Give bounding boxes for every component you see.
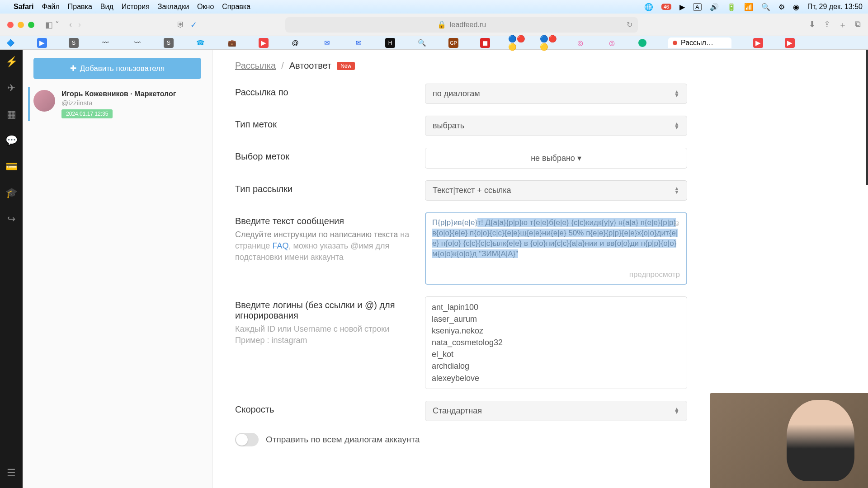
tab-favicon[interactable]: ◼ bbox=[480, 38, 490, 48]
emoji-icon[interactable]: ☺ bbox=[673, 218, 681, 229]
chevron-updown-icon: ▲▼ bbox=[674, 408, 679, 414]
message-textarea[interactable]: П{р|р}ив{е|е}т! Д{а|а}{р|р}ю т{е|е}б{е|е… bbox=[425, 212, 687, 285]
volume-icon[interactable]: 🔊 bbox=[710, 3, 719, 11]
tab-favicon[interactable]: ▶ bbox=[259, 38, 269, 48]
play-icon[interactable]: ▶ bbox=[679, 3, 685, 11]
globe-icon[interactable]: 🌐 bbox=[644, 3, 653, 11]
url-bar[interactable]: 🔒 leadfeed.ru ↻ bbox=[285, 17, 638, 33]
menu-app[interactable]: Safari bbox=[14, 3, 33, 11]
message-prefix: П{р|р}ив{е|е} bbox=[432, 218, 477, 227]
tab-favicon[interactable]: 🔍 bbox=[417, 38, 427, 48]
share-icon[interactable]: ⇪ bbox=[824, 19, 830, 30]
battery-icon[interactable]: 🔋 bbox=[727, 3, 736, 11]
breadcrumb-sep: / bbox=[281, 61, 284, 71]
label-send-by: Рассылка по bbox=[235, 84, 425, 98]
control-center-icon[interactable]: ⚙ bbox=[778, 3, 785, 11]
close-window-icon[interactable] bbox=[7, 22, 14, 28]
refresh-icon[interactable]: ↻ bbox=[627, 20, 632, 29]
tab-favicon[interactable]: 🔵🔴🟡 bbox=[512, 38, 522, 48]
tab-active[interactable]: Рассыл… bbox=[668, 38, 731, 48]
tab-favicon[interactable]: ▶ bbox=[785, 38, 795, 48]
faq-link[interactable]: FAQ bbox=[272, 241, 288, 250]
siri-icon[interactable]: ◉ bbox=[793, 3, 799, 11]
add-user-button[interactable]: ✚ Добавить пользователя bbox=[33, 58, 201, 79]
scrollbar[interactable] bbox=[866, 50, 868, 185]
select-speed[interactable]: Стандартная ▲▼ bbox=[425, 401, 687, 421]
tab-favicon[interactable]: GP bbox=[448, 38, 458, 48]
datetime[interactable]: Пт, 29 дек. 13:50 bbox=[807, 3, 863, 11]
sidebar-toggle-icon[interactable]: ◧ ˅ bbox=[45, 20, 59, 30]
tab-favicon[interactable]: 🔵🔴🟡 bbox=[543, 38, 553, 48]
rail-logout-icon[interactable]: ↪ bbox=[7, 213, 15, 225]
tab-favicon[interactable]: H bbox=[385, 38, 395, 48]
menu-window[interactable]: Окно bbox=[197, 3, 214, 11]
back-icon[interactable]: ‹ bbox=[69, 20, 72, 29]
rail-grid-icon[interactable]: ▦ bbox=[7, 108, 16, 120]
breadcrumb-root[interactable]: Рассылка bbox=[235, 61, 276, 71]
notification-badge[interactable]: 46 bbox=[661, 4, 671, 10]
search-icon[interactable]: 🔍 bbox=[761, 3, 770, 11]
select-send-type[interactable]: Текст|текст + ссылка ▲▼ bbox=[425, 180, 687, 201]
tab-favicon[interactable]: S bbox=[69, 38, 79, 48]
tab-favicon[interactable]: ☎ bbox=[195, 38, 205, 48]
tab-favicon[interactable]: 〰 bbox=[100, 38, 110, 48]
menu-history[interactable]: История bbox=[122, 3, 150, 11]
toggle-all-dialogs[interactable] bbox=[235, 433, 259, 446]
tab-favicon-icon bbox=[673, 41, 677, 45]
preview-link[interactable]: предпросмотр bbox=[629, 270, 680, 280]
label-label-select: Выбор меток bbox=[235, 148, 425, 162]
login-line: nata_cosmetolog32 bbox=[432, 337, 680, 348]
dropdown-label-select[interactable]: не выбрано ▾ bbox=[425, 148, 687, 169]
user-name: Игорь Кожевников · Маркетолог bbox=[61, 90, 201, 98]
login-line: el_kot bbox=[432, 348, 680, 360]
new-tab-icon[interactable]: ＋ bbox=[839, 19, 847, 30]
rail-card-icon[interactable]: 💳 bbox=[5, 161, 18, 173]
ignore-logins-textarea[interactable]: ant_lapin100 laser_aurum kseniya.nekoz n… bbox=[425, 296, 687, 389]
rail-chat-icon[interactable]: 💬 bbox=[5, 135, 18, 146]
privacy-shield-icon[interactable]: ⛨ bbox=[177, 20, 185, 29]
select-send-by[interactable]: по диалогам ▲▼ bbox=[425, 84, 687, 104]
maximize-window-icon[interactable] bbox=[28, 22, 34, 28]
tab-favicon[interactable]: ✉ bbox=[354, 38, 363, 48]
chevron-updown-icon: ▲▼ bbox=[674, 187, 679, 193]
menu-view[interactable]: Вид bbox=[100, 3, 113, 11]
tab-favicon[interactable]: ✉ bbox=[322, 38, 332, 48]
tab-favicon[interactable]: ◎ bbox=[607, 38, 617, 48]
tabs-overview-icon[interactable]: ⧉ bbox=[855, 19, 861, 30]
tab-favicon[interactable]: ◎ bbox=[575, 38, 585, 48]
user-date-badge: 2024.01.17 12:35 bbox=[61, 109, 113, 118]
user-card[interactable]: Игорь Кожевников · Маркетолог @izziinsta… bbox=[28, 87, 201, 121]
rail-menu-icon[interactable]: ☰ bbox=[7, 467, 16, 479]
forward-icon: › bbox=[78, 20, 81, 29]
downloads-icon[interactable]: ⬇ bbox=[809, 19, 816, 30]
menu-help[interactable]: Справка bbox=[222, 3, 250, 11]
breadcrumb-current: Автоответ bbox=[289, 61, 331, 71]
reload-check-icon[interactable]: ✓ bbox=[190, 20, 197, 30]
tab-favicon[interactable]: @ bbox=[290, 38, 300, 48]
select-value: выбрать bbox=[433, 121, 464, 131]
select-value: Стандартная bbox=[433, 406, 482, 416]
menu-file[interactable]: Файл bbox=[42, 3, 59, 11]
chevron-updown-icon: ▲▼ bbox=[674, 122, 679, 129]
minimize-window-icon[interactable] bbox=[18, 22, 24, 28]
tab-favicon[interactable]: 〰 bbox=[132, 38, 142, 48]
tab-favicon[interactable]: ▶ bbox=[753, 38, 763, 48]
tab-favicon[interactable]: ▶ bbox=[37, 38, 47, 48]
rail-bolt-icon[interactable]: ⚡ bbox=[5, 56, 18, 68]
rail-send-icon[interactable]: ✈ bbox=[7, 82, 15, 94]
plus-icon: ✚ bbox=[70, 64, 76, 73]
menu-bookmarks[interactable]: Закладки bbox=[158, 3, 189, 11]
wifi-icon[interactable]: 📶 bbox=[744, 3, 753, 11]
tab-favicon[interactable] bbox=[638, 39, 646, 47]
url-text: leadfeed.ru bbox=[450, 21, 486, 29]
select-label-type[interactable]: выбрать ▲▼ bbox=[425, 116, 687, 136]
lang-icon[interactable]: А bbox=[693, 3, 702, 11]
tab-favicon[interactable]: 🔷 bbox=[5, 38, 15, 48]
rail-education-icon[interactable]: 🎓 bbox=[5, 187, 18, 199]
menu-edit[interactable]: Правка bbox=[68, 3, 92, 11]
tab-favicon[interactable]: 💼 bbox=[227, 38, 237, 48]
webcam-face bbox=[787, 400, 854, 481]
tab-favicon[interactable]: S bbox=[164, 38, 174, 48]
login-line: archdialog bbox=[432, 360, 680, 372]
select-value: по диалогам bbox=[433, 89, 480, 99]
